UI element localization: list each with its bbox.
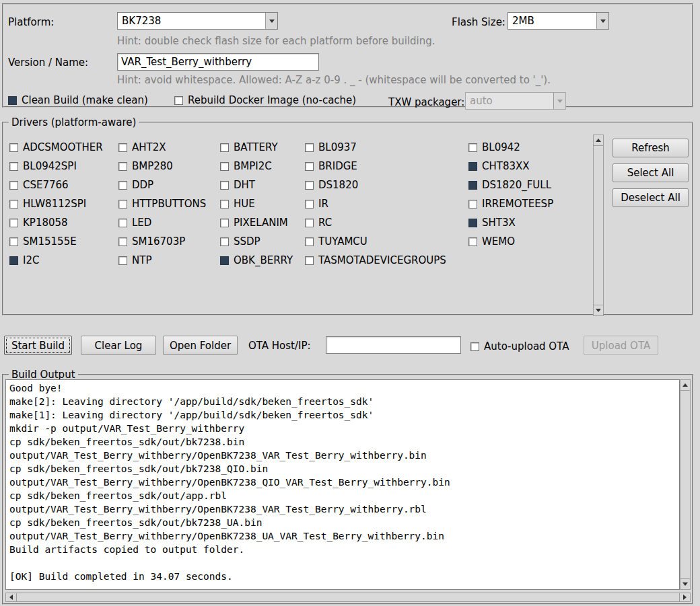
ota-host-label: OTA Host/IP: (248, 340, 311, 352)
flash-size-combobox-dropdown-button[interactable] (596, 13, 608, 29)
platform-hint: Hint: double check flash size for each p… (117, 35, 435, 47)
driver-checkbox-dht[interactable]: DHT (220, 179, 305, 191)
driver-label: OBK_BERRY (234, 254, 293, 266)
driver-checkbox-obk_berry[interactable]: OBK_BERRY (220, 254, 305, 266)
driver-label: HUE (234, 198, 255, 210)
driver-label: BRIDGE (318, 160, 357, 172)
driver-label: SM16703P (132, 235, 185, 248)
build-output-log[interactable]: Good bye!make[2]: Leaving directory '/ap… (5, 379, 680, 590)
driver-label: HLW8112SPI (23, 198, 86, 210)
scroll-down-button[interactable] (594, 305, 603, 315)
log-line (9, 556, 676, 570)
checkbox-indicator (118, 181, 127, 190)
driver-checkbox-bl0942[interactable]: BL0942 (468, 141, 590, 153)
checkbox-indicator (220, 143, 229, 152)
deselect-all-button[interactable]: Deselect All (612, 188, 689, 207)
auto-upload-ota-checkbox[interactable]: Auto-upload OTA (470, 340, 569, 352)
driver-checkbox-wemo[interactable]: WEMO (468, 235, 590, 248)
driver-label: ADCSMOOTHER (23, 141, 103, 153)
driver-checkbox-sht3x[interactable]: SHT3X (468, 217, 590, 229)
checkbox-indicator (468, 181, 477, 190)
log-line: output/VAR_Test_Berry_withberry/OpenBK72… (9, 476, 676, 489)
checkbox-indicator (470, 342, 479, 351)
version-name-input[interactable] (117, 53, 319, 71)
driver-checkbox-bmp280[interactable]: BMP280 (118, 160, 220, 172)
driver-checkbox-hue[interactable]: HUE (220, 198, 305, 210)
scrollbar-thumb[interactable] (680, 391, 690, 578)
start-build-button[interactable]: Start Build (4, 336, 72, 355)
driver-checkbox-bl0937[interactable]: BL0937 (305, 141, 468, 153)
driver-label: IRREMOTEESP (482, 198, 553, 210)
arrow-down-icon (596, 309, 601, 312)
driver-checkbox-ds1820_full[interactable]: DS1820_FULL (468, 179, 590, 191)
driver-checkbox-hlw8112spi[interactable]: HLW8112SPI (9, 198, 118, 210)
scroll-left-button[interactable] (6, 593, 17, 601)
checkbox-indicator (305, 256, 314, 265)
checkbox-indicator (9, 219, 18, 227)
driver-checkbox-sm15155e[interactable]: SM15155E (9, 235, 118, 248)
refresh-button[interactable]: Refresh (612, 139, 689, 157)
checkbox-indicator (305, 162, 314, 171)
scroll-up-button[interactable] (680, 380, 690, 391)
ota-host-input[interactable] (326, 336, 461, 354)
select-all-button[interactable]: Select All (612, 163, 689, 182)
checkbox-indicator (174, 96, 183, 105)
driver-checkbox-ddp[interactable]: DDP (118, 179, 220, 191)
clean-build-checkbox[interactable]: Clean Build (make clean) (8, 94, 148, 106)
checkbox-indicator (9, 162, 18, 171)
driver-checkbox-ssdp[interactable]: SSDP (220, 235, 305, 248)
driver-label: I2C (23, 254, 39, 266)
txw-packager-combobox-value: auto (466, 93, 553, 109)
drivers-scrollbar[interactable] (593, 135, 604, 316)
driver-checkbox-httpbuttons[interactable]: HTTPBUTTONS (118, 198, 220, 210)
log-line: cp sdk/beken_freertos_sdk/out/bk7238_QIO… (9, 462, 676, 476)
driver-checkbox-tuyamcu[interactable]: TUYAMCU (305, 235, 468, 248)
driver-checkbox-bridge[interactable]: BRIDGE (305, 160, 468, 172)
scroll-down-button[interactable] (680, 578, 690, 589)
driver-label: LED (132, 217, 151, 229)
driver-checkbox-ir[interactable]: IR (305, 198, 468, 210)
driver-checkbox-adcsmoother[interactable]: ADCSMOOTHER (9, 141, 118, 153)
checkbox-indicator (220, 162, 229, 171)
driver-checkbox-rc[interactable]: RC (305, 217, 468, 229)
driver-checkbox-battery[interactable]: BATTERY (220, 141, 305, 153)
log-horizontal-scrollbar[interactable] (5, 593, 691, 602)
firmware-build-app: Platform: BK7238 Flash Size: 2MB Hint: d… (0, 0, 700, 606)
platform-combobox[interactable]: BK7238 (117, 12, 278, 30)
log-lines: Good bye!make[2]: Leaving directory '/ap… (9, 381, 676, 583)
driver-checkbox-bl0942spi[interactable]: BL0942SPI (9, 160, 118, 172)
driver-checkbox-sm16703p[interactable]: SM16703P (118, 235, 220, 248)
flash-size-combobox-value: 2MB (508, 13, 596, 29)
clear-log-button[interactable]: Clear Log (81, 336, 156, 355)
arrow-up-icon (682, 383, 688, 387)
arrow-up-icon (596, 139, 601, 142)
driver-checkbox-i2c[interactable]: I2C (9, 254, 118, 266)
platform-combobox-dropdown-button[interactable] (265, 13, 277, 29)
driver-label: AHT2X (132, 141, 166, 153)
driver-checkbox-ds1820[interactable]: DS1820 (305, 179, 468, 191)
version-name-label: Version / Name: (8, 56, 88, 69)
driver-checkbox-bmpi2c[interactable]: BMPI2C (220, 160, 305, 172)
log-vertical-scrollbar[interactable] (680, 379, 691, 590)
flash-size-combobox[interactable]: 2MB (508, 12, 609, 30)
scroll-up-button[interactable] (594, 135, 603, 146)
driver-checkbox-tasmotadevicegroups[interactable]: TASMOTADEVICEGROUPS (305, 254, 468, 266)
driver-label: DHT (234, 179, 255, 191)
driver-checkbox-ntp[interactable]: NTP (118, 254, 220, 266)
scrollbar-thumb[interactable] (17, 593, 679, 601)
driver-checkbox-aht2x[interactable]: AHT2X (118, 141, 220, 153)
log-line: make[1]: Leaving directory '/app/build/s… (9, 408, 676, 422)
driver-checkbox-cse7766[interactable]: CSE7766 (9, 179, 118, 191)
rebuild-docker-checkbox[interactable]: Rebuild Docker Image (no-cache) (174, 94, 356, 106)
driver-checkbox-cht83xx[interactable]: CHT83XX (468, 160, 590, 172)
driver-checkbox-pixelanim[interactable]: PIXELANIM (220, 217, 305, 229)
driver-label: KP18058 (23, 217, 68, 229)
log-line: output/VAR_Test_Berry_withberry/OpenBK72… (9, 502, 676, 516)
scroll-right-button[interactable] (679, 593, 690, 601)
checkbox-indicator (118, 143, 127, 152)
driver-checkbox-irremoteesp[interactable]: IRREMOTEESP (468, 198, 590, 210)
driver-checkbox-kp18058[interactable]: KP18058 (9, 217, 118, 229)
scrollbar-thumb[interactable] (594, 146, 603, 305)
open-folder-button[interactable]: Open Folder (163, 336, 238, 355)
driver-checkbox-led[interactable]: LED (118, 217, 220, 229)
